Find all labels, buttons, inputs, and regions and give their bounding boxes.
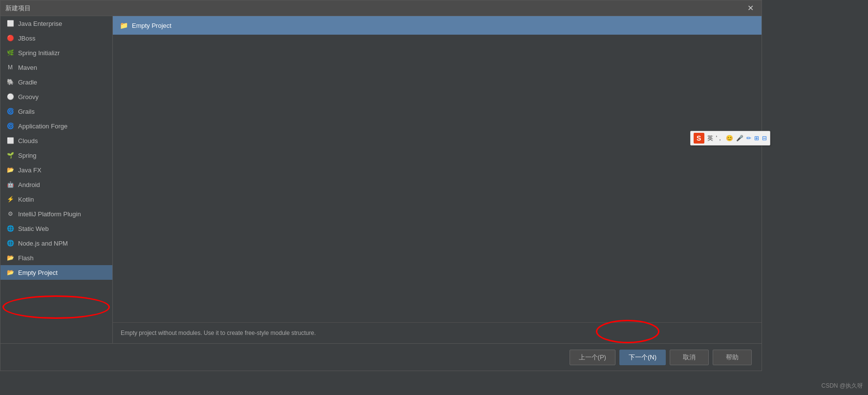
- jboss-icon: 🔴: [6, 34, 14, 42]
- sidebar-item-java-enterprise[interactable]: ⬜Java Enterprise: [0, 16, 112, 31]
- sidebar-item-groovy[interactable]: ⚪Groovy: [0, 89, 112, 104]
- gradle-icon: 🐘: [6, 78, 14, 86]
- ime-emoji[interactable]: 😊: [726, 135, 733, 142]
- sidebar-item-static-web[interactable]: 🌐Static Web: [0, 221, 112, 236]
- sidebar-item-flash[interactable]: 📂Flash: [0, 250, 112, 265]
- close-button[interactable]: ✕: [744, 2, 757, 14]
- intellij-platform-plugin-label: IntelliJ Platform Plugin: [18, 210, 81, 218]
- empty-project-label: Empty Project: [18, 269, 58, 276]
- help-button[interactable]: 帮助: [713, 350, 752, 365]
- application-forge-label: Application Forge: [18, 123, 67, 130]
- java-fx-icon: 📂: [6, 166, 14, 174]
- android-label: Android: [18, 181, 40, 188]
- description-bar: Empty project without modules. Use it to…: [113, 322, 762, 343]
- intellij-platform-plugin-icon: ⚙: [6, 210, 14, 218]
- sidebar-item-nodejs-npm[interactable]: 🌐Node.js and NPM: [0, 236, 112, 250]
- sidebar-item-maven[interactable]: MMaven: [0, 60, 112, 75]
- java-enterprise-icon: ⬜: [6, 20, 14, 27]
- content-header: 📁 Empty Project: [113, 16, 762, 35]
- maven-icon: M: [6, 63, 14, 71]
- content-area: 📁 Empty Project Empty project without mo…: [113, 16, 762, 343]
- kotlin-icon: ⚡: [6, 195, 14, 203]
- sidebar-item-android[interactable]: 🤖Android: [0, 177, 112, 192]
- java-fx-label: Java FX: [18, 166, 42, 174]
- ime-logo: S: [694, 133, 704, 144]
- nodejs-npm-label: Node.js and NPM: [18, 240, 68, 247]
- grails-label: Grails: [18, 108, 35, 115]
- flash-label: Flash: [18, 254, 34, 262]
- dialog-footer: 上一个(P) 下一个(N) 取消 帮助: [0, 343, 762, 371]
- clouds-label: Clouds: [18, 137, 38, 145]
- static-web-icon: 🌐: [6, 225, 14, 232]
- jboss-label: JBoss: [18, 35, 35, 42]
- sidebar-item-intellij-platform-plugin[interactable]: ⚙IntelliJ Platform Plugin: [0, 207, 112, 221]
- sidebar-item-kotlin[interactable]: ⚡Kotlin: [0, 192, 112, 207]
- new-project-dialog: 新建项目 ✕ ⬜Java Enterprise🔴JBoss🌿Spring Ini…: [0, 0, 762, 371]
- ime-punct[interactable]: '，: [716, 134, 723, 143]
- sidebar-item-application-forge[interactable]: 🌀Application Forge: [0, 119, 112, 133]
- sidebar-item-jboss[interactable]: 🔴JBoss: [0, 31, 112, 45]
- ime-grid1[interactable]: ⊞: [754, 135, 759, 142]
- ime-toolbar: S 英 '， 😊 🎤 ✏ ⊞ ⊟: [690, 131, 770, 146]
- sidebar-item-java-fx[interactable]: 📂Java FX: [0, 163, 112, 177]
- cancel-button[interactable]: 取消: [670, 350, 709, 365]
- ime-pen[interactable]: ✏: [746, 135, 751, 142]
- application-forge-icon: 🌀: [6, 122, 14, 130]
- sidebar-item-spring[interactable]: 🌱Spring: [0, 148, 112, 163]
- spring-label: Spring: [18, 152, 37, 159]
- gradle-label: Gradle: [18, 79, 37, 86]
- sidebar: ⬜Java Enterprise🔴JBoss🌿Spring Initializr…: [0, 16, 113, 343]
- spring-initializr-icon: 🌿: [6, 49, 14, 57]
- dialog-title: 新建项目: [5, 4, 31, 13]
- next-button[interactable]: 下一个(N): [619, 350, 666, 365]
- static-web-label: Static Web: [18, 225, 49, 232]
- content-wrapper: Empty project without modules. Use it to…: [113, 35, 762, 343]
- empty-project-icon: 📂: [6, 269, 14, 276]
- content-header-icon: 📁: [120, 21, 128, 29]
- sidebar-item-gradle[interactable]: 🐘Gradle: [0, 75, 112, 89]
- clouds-icon: ⬜: [6, 137, 14, 145]
- flash-icon: 📂: [6, 254, 14, 262]
- spring-icon: 🌱: [6, 151, 14, 159]
- content-fill: [113, 35, 762, 322]
- csdn-watermark: CSDN @执久呀: [821, 382, 863, 390]
- groovy-label: Groovy: [18, 93, 39, 101]
- java-enterprise-label: Java Enterprise: [18, 20, 62, 27]
- dialog-body: ⬜Java Enterprise🔴JBoss🌿Spring Initializr…: [0, 16, 762, 343]
- ime-voice[interactable]: 🎤: [736, 135, 743, 142]
- ime-lang[interactable]: 英: [707, 134, 713, 143]
- content-header-title: Empty Project: [132, 22, 171, 29]
- title-bar: 新建项目 ✕: [0, 0, 762, 16]
- ime-grid2[interactable]: ⊟: [762, 135, 767, 142]
- spring-initializr-label: Spring Initializr: [18, 49, 60, 57]
- sidebar-item-clouds[interactable]: ⬜Clouds: [0, 133, 112, 148]
- sidebar-item-grails[interactable]: 🌀Grails: [0, 104, 112, 119]
- nodejs-npm-icon: 🌐: [6, 239, 14, 247]
- sidebar-item-empty-project[interactable]: 📂Empty Project: [0, 265, 112, 280]
- sidebar-item-spring-initializr[interactable]: 🌿Spring Initializr: [0, 45, 112, 60]
- android-icon: 🤖: [6, 181, 14, 188]
- grails-icon: 🌀: [6, 107, 14, 115]
- maven-label: Maven: [18, 64, 37, 71]
- groovy-icon: ⚪: [6, 93, 14, 101]
- kotlin-label: Kotlin: [18, 196, 34, 203]
- prev-button[interactable]: 上一个(P): [570, 350, 615, 365]
